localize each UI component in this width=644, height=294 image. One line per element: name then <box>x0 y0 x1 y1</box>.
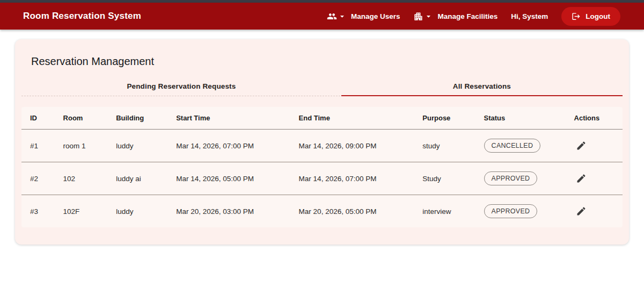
edit-button[interactable] <box>574 139 588 153</box>
cell-room: 102F <box>55 195 108 228</box>
cell-id: #3 <box>21 195 55 228</box>
cell-actions <box>566 162 623 195</box>
logout-icon <box>572 12 581 21</box>
header-nav: Manage Users Manage Facilities Hi, Syste… <box>327 7 620 26</box>
cell-purpose: Study <box>414 162 475 195</box>
manage-users-label: Manage Users <box>351 12 400 20</box>
reservation-management-card: Reservation Management Pending Reservati… <box>15 39 629 245</box>
table-row: #2 102 luddy ai Mar 14, 2026, 05:00 PM M… <box>21 162 623 195</box>
cell-purpose: interview <box>414 195 475 228</box>
page-title: Reservation Management <box>31 55 623 68</box>
table-row: #3 102F luddy Mar 20, 2026, 03:00 PM Mar… <box>21 195 623 228</box>
manage-facilities-label: Manage Facilities <box>437 12 497 20</box>
cell-status: APPROVED <box>475 162 566 195</box>
edit-icon <box>576 206 587 217</box>
cell-status: CANCELLED <box>475 130 566 162</box>
table-body: #1 room 1 luddy Mar 14, 2026, 07:00 PM M… <box>21 130 623 228</box>
edit-icon <box>576 173 587 184</box>
edit-button[interactable] <box>574 204 588 218</box>
cell-id: #2 <box>21 162 55 195</box>
app-title: Room Reservation System <box>23 11 141 21</box>
tab-bar: Pending Reservation Requests All Reserva… <box>21 76 623 96</box>
caret-down-icon <box>338 12 347 21</box>
logout-label: Logout <box>586 12 610 20</box>
cell-end-time: Mar 14, 2026, 07:00 PM <box>290 162 414 195</box>
table-header-row: ID Room Building Start Time End Time Pur… <box>21 107 623 130</box>
column-header-end-time: End Time <box>290 107 414 130</box>
user-greeting: Hi, System <box>511 12 548 20</box>
logout-button[interactable]: Logout <box>561 7 620 26</box>
status-badge: APPROVED <box>484 171 538 185</box>
caret-down-icon <box>424 12 433 21</box>
column-header-purpose: Purpose <box>414 107 475 130</box>
cell-start-time: Mar 14, 2026, 07:00 PM <box>167 130 290 162</box>
cell-room: room 1 <box>55 130 108 162</box>
status-badge: CANCELLED <box>484 139 541 153</box>
manage-facilities-button[interactable]: Manage Facilities <box>413 11 497 21</box>
column-header-status: Status <box>475 107 566 130</box>
cell-purpose: study <box>414 130 475 162</box>
app-header: Room Reservation System Manage Users Man… <box>0 3 644 30</box>
edit-icon <box>576 140 587 151</box>
reservations-table-container: ID Room Building Start Time End Time Pur… <box>21 107 623 227</box>
group-icon <box>327 11 337 21</box>
cell-end-time: Mar 14, 2026, 09:00 PM <box>290 130 414 162</box>
cell-building: luddy <box>107 195 167 228</box>
reservations-table: ID Room Building Start Time End Time Pur… <box>21 107 623 227</box>
edit-button[interactable] <box>574 171 588 185</box>
cell-building: luddy <box>107 130 167 162</box>
cell-actions <box>566 195 623 228</box>
cell-start-time: Mar 20, 2026, 03:00 PM <box>167 195 290 228</box>
cell-end-time: Mar 20, 2026, 05:00 PM <box>290 195 414 228</box>
apartment-icon <box>413 11 423 21</box>
column-header-building: Building <box>107 107 167 130</box>
column-header-start-time: Start Time <box>167 107 290 130</box>
column-header-room: Room <box>55 107 108 130</box>
table-header: ID Room Building Start Time End Time Pur… <box>21 107 623 130</box>
table-row: #1 room 1 luddy Mar 14, 2026, 07:00 PM M… <box>21 130 623 162</box>
tab-pending-reservation-requests[interactable]: Pending Reservation Requests <box>21 76 341 96</box>
manage-users-button[interactable]: Manage Users <box>327 11 400 21</box>
status-badge: APPROVED <box>484 204 538 218</box>
cell-actions <box>566 130 623 162</box>
cell-status: APPROVED <box>475 195 566 228</box>
cell-id: #1 <box>21 130 55 162</box>
cell-start-time: Mar 14, 2026, 05:00 PM <box>167 162 290 195</box>
column-header-actions: Actions <box>566 107 623 130</box>
tab-all-reservations[interactable]: All Reservations <box>341 76 623 96</box>
column-header-id: ID <box>21 107 55 130</box>
cell-building: luddy ai <box>107 162 167 195</box>
cell-room: 102 <box>55 162 108 195</box>
